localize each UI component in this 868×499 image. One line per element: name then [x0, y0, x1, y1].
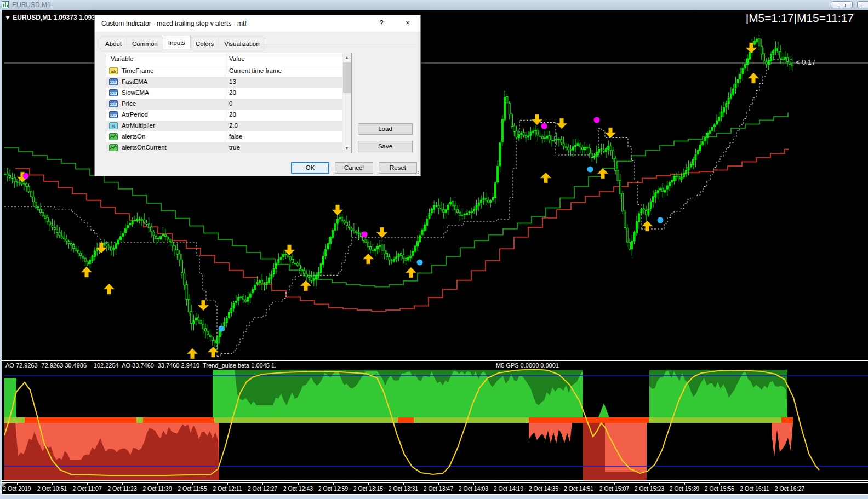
inputs-table: Variable Value abTimeFrameCurrent time f… [106, 53, 352, 153]
buy-arrow-icon [104, 284, 115, 294]
load-button[interactable]: Load [358, 123, 413, 135]
time-tick [17, 483, 18, 485]
time-label: 2 Oct 15:07 [599, 485, 629, 492]
time-label: 2 Oct 12:59 [318, 485, 348, 492]
signal-dot-cyan [658, 217, 664, 223]
minimize-button[interactable] [831, 1, 853, 8]
variable-value[interactable]: 13 [229, 78, 236, 85]
time-label: 2 Oct 15:39 [670, 485, 699, 492]
indicator-values-label: AO 72.9263 -72.9263 30.4986 -102.2254 AO… [5, 362, 276, 369]
help-button[interactable]: ? [374, 19, 389, 28]
variable-value[interactable]: true [229, 144, 240, 151]
time-label: 2 Oct 14:03 [459, 485, 488, 492]
variable-value[interactable]: 0 [229, 100, 232, 107]
time-tick [579, 483, 579, 485]
cancel-button[interactable]: Cancel [335, 162, 373, 174]
variable-value[interactable]: 20 [229, 89, 236, 96]
time-tick [438, 483, 439, 485]
variable-name: alertsOn [122, 133, 145, 140]
buy-arrow-icon [540, 173, 551, 183]
time-label: 2 Oct 14:51 [564, 485, 593, 492]
sell-arrow-icon [532, 114, 542, 125]
input-row-timeframe[interactable]: abTimeFrameCurrent time frame [106, 66, 342, 77]
dialog-tabstrip: AboutCommonInputsColorsVisualization [100, 36, 265, 48]
dialog-titlebar[interactable]: Custom Indicator - macd trailing stop v … [95, 15, 420, 32]
input-row-fastema[interactable]: 123FastEMA13 [106, 77, 342, 88]
indicator-gps-label: M5 GPS 0.0000 0.0001 [496, 362, 559, 369]
sell-arrow-icon [332, 205, 343, 215]
time-tick [157, 483, 158, 485]
variable-value[interactable]: 20 [229, 111, 236, 118]
tab-inputs[interactable]: Inputs [163, 36, 191, 49]
sell-arrow-icon [198, 300, 209, 311]
scroll-up-icon[interactable]: ▲ [342, 53, 351, 62]
time-tick [755, 483, 755, 485]
column-variable: Variable [111, 55, 133, 62]
time-label: 2 Oct 11:55 [178, 485, 207, 492]
variable-value[interactable]: Current time frame [229, 67, 282, 74]
time-tick [509, 483, 509, 485]
buy-arrow-icon [363, 254, 374, 264]
type-icon-ab: ab [109, 67, 118, 74]
indicator-subwindow[interactable]: AO 72.9263 -72.9263 30.4986 -102.2254 AO… [0, 361, 868, 480]
save-button[interactable]: Save [358, 141, 413, 152]
signal-dot-magenta [541, 123, 547, 129]
variable-name: TimeFrame [122, 67, 153, 74]
input-row-slowema[interactable]: 123SlowEMA20 [106, 88, 342, 99]
time-label: 2 Oct 15:55 [705, 485, 734, 492]
signal-dot-cyan [417, 260, 423, 266]
input-row-alertson[interactable]: alertsOnfalse [106, 131, 342, 142]
buy-arrow-icon [406, 267, 416, 278]
resize-grip[interactable] [413, 169, 419, 174]
time-tick [649, 483, 650, 485]
input-row-price[interactable]: 123Price0 [106, 99, 342, 110]
time-tick [544, 483, 544, 485]
time-label: 2 Oct 12:11 [213, 485, 242, 492]
time-tick [227, 483, 228, 485]
time-tick [368, 483, 369, 485]
input-row-alertsoncurrent[interactable]: alertsOnCurrenttrue [106, 142, 342, 153]
time-tick [87, 483, 88, 485]
scrollbar-thumb[interactable] [343, 62, 351, 93]
signal-dot-magenta [23, 173, 29, 179]
time-axis[interactable]: 2 Oct 20192 Oct 10:512 Oct 11:072 Oct 11… [0, 483, 868, 494]
time-tick [333, 483, 334, 485]
window-titlebar[interactable]: EURUSD,M1 [0, 0, 868, 10]
time-label: 2 Oct 16:11 [740, 485, 769, 492]
time-tick [262, 483, 263, 485]
time-tick [403, 483, 404, 485]
time-label: 2 Oct 13:47 [424, 485, 453, 492]
reset-button[interactable]: Reset [379, 162, 417, 174]
signal-dot-magenta [594, 117, 600, 123]
chart-icon [2, 1, 9, 8]
time-tick [719, 483, 720, 485]
time-label: 2 Oct 12:43 [283, 485, 313, 492]
type-icon-123: 123 [109, 100, 118, 107]
scroll-down-icon[interactable]: ▼ [342, 144, 351, 153]
time-label: 2 Oct 16:27 [775, 485, 804, 492]
type-icon-123: 123 [109, 78, 118, 85]
input-row-atrperiod[interactable]: 123AtrPeriod20 [106, 110, 342, 121]
bar-countdown-label: < 0:17 [796, 58, 816, 66]
buy-arrow-icon [642, 221, 653, 231]
signal-dot-cyan [219, 326, 225, 332]
ok-button[interactable]: OK [291, 162, 329, 174]
bottom-scroll-strip[interactable] [0, 494, 868, 499]
panel-left-border [4, 361, 4, 480]
sell-arrow-icon [605, 128, 616, 138]
time-label: 2 Oct 11:23 [107, 485, 137, 492]
type-icon-123: 123 [109, 89, 118, 96]
time-label: 2 Oct 13:31 [389, 485, 418, 492]
table-scrollbar[interactable]: ▲ ▼ [342, 53, 351, 153]
tabstrip-underline [100, 48, 416, 48]
time-label: 2 Oct 13:15 [353, 485, 383, 492]
signal-dot-cyan [587, 167, 593, 173]
buy-arrow-icon [187, 348, 198, 359]
variable-value[interactable]: 2.0 [229, 122, 238, 129]
buy-arrow-icon [748, 73, 759, 83]
variable-name: AtrPeriod [122, 111, 148, 118]
close-icon[interactable]: × [401, 19, 415, 28]
variable-value[interactable]: false [229, 133, 242, 140]
restore-button[interactable] [857, 1, 868, 8]
input-row-atrmultiplier[interactable]: ½AtrMultiplier2.0 [106, 121, 342, 131]
